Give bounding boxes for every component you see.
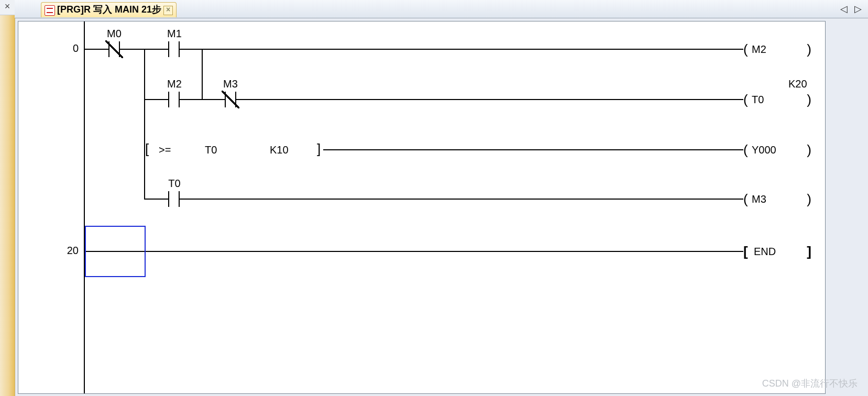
contact-label-m3: M3 [223,78,238,90]
contact-label-m0: M0 [107,28,122,40]
tab-nav-left[interactable]: ◁ [838,4,850,14]
wire [84,49,102,50]
contact-no-t0[interactable] [162,191,186,207]
wire [243,99,743,100]
contact-label-m1: M1 [167,28,182,40]
tab-title: [PRG]R 写入 MAIN 21步 [57,4,161,15]
wire [144,99,145,149]
tab-strip: [PRG]R 写入 MAIN 21步 × ◁ ▷ [15,0,868,18]
left-power-rail [84,21,85,393]
wire [144,49,162,50]
step-number-20: 20 [47,245,79,257]
wire [186,199,743,200]
tab-main-program[interactable]: [PRG]R 写入 MAIN 21步 × [41,2,177,17]
tab-close-button[interactable]: × [163,6,173,15]
wire [202,49,743,50]
compare-arg-b: K10 [270,144,289,156]
contact-no-m1[interactable] [162,41,186,57]
contact-no-m2[interactable] [162,92,186,107]
ladder-editor[interactable]: 0 M0 M1 (M2) M2 M3 [18,21,826,394]
wire [84,251,743,252]
wire [186,49,202,50]
panel-close-button[interactable]: × [0,0,15,15]
coil-m2[interactable]: (M2) [743,43,811,57]
compare-open-bracket: [ [145,141,149,157]
ladder-cursor[interactable] [85,226,146,277]
wire [144,99,162,100]
ladder-diagram: 0 M0 M1 (M2) M2 M3 [18,21,825,393]
tab-nav-arrows: ◁ ▷ [838,3,864,15]
program-icon [45,5,55,16]
compare-close-bracket: ] [317,141,321,157]
left-gutter: × [0,0,15,396]
timer-preset-k20: K20 [788,78,807,90]
wire [186,99,218,100]
contact-nc-m0[interactable] [102,41,126,57]
coil-y000[interactable]: (Y000) [743,144,811,158]
end-instruction[interactable]: [END] [743,246,811,259]
coil-m3[interactable]: (M3) [743,193,811,207]
contact-label-t0: T0 [168,178,180,190]
step-number-0: 0 [47,42,79,54]
compare-op: >= [159,144,171,156]
wire [323,149,743,150]
branch-vline-inner [202,49,203,99]
contact-nc-m3[interactable] [218,92,243,107]
contact-label-m2: M2 [167,78,182,90]
watermark: CSDN @非流行不快乐 [762,377,858,390]
wire [144,199,162,200]
coil-t0[interactable]: (T0) [743,94,811,107]
tab-nav-right[interactable]: ▷ [852,4,864,14]
compare-arg-a: T0 [205,144,217,156]
wire [126,49,144,50]
